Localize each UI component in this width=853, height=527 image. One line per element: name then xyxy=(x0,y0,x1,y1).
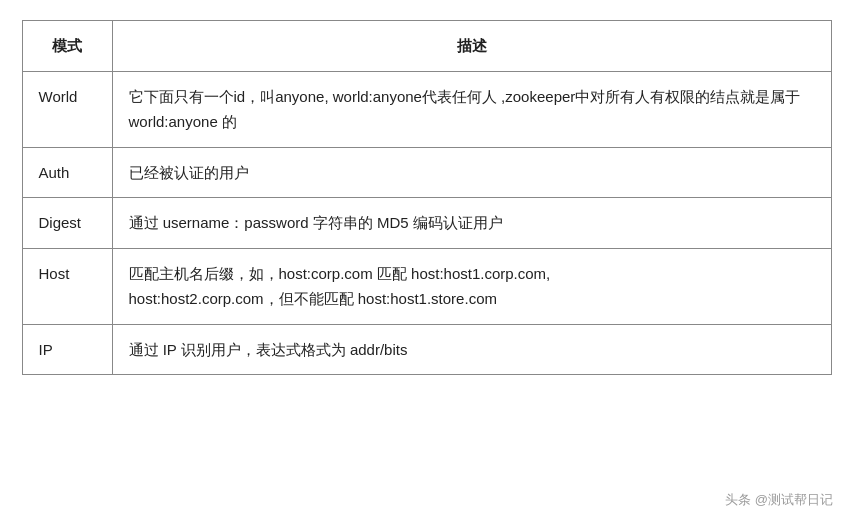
cell-mode: Auth xyxy=(22,147,112,198)
cell-desc: 通过 IP 识别用户，表达式格式为 addr/bits xyxy=(112,324,831,375)
cell-mode: Host xyxy=(22,248,112,324)
cell-desc: 通过 username：password 字符串的 MD5 编码认证用户 xyxy=(112,198,831,249)
watermark-text: 头条 @测试帮日记 xyxy=(725,491,833,509)
table-header-row: 模式 描述 xyxy=(22,21,831,72)
table-row: Host匹配主机名后缀，如，host:corp.com 匹配 host:host… xyxy=(22,248,831,324)
cell-mode: IP xyxy=(22,324,112,375)
cell-mode: Digest xyxy=(22,198,112,249)
header-mode: 模式 xyxy=(22,21,112,72)
main-table-wrapper: 模式 描述 World它下面只有一个id，叫anyone, world:anyo… xyxy=(22,20,832,375)
cell-desc: 匹配主机名后缀，如，host:corp.com 匹配 host:host1.co… xyxy=(112,248,831,324)
table-row: IP通过 IP 识别用户，表达式格式为 addr/bits xyxy=(22,324,831,375)
acl-table: 模式 描述 World它下面只有一个id，叫anyone, world:anyo… xyxy=(22,20,832,375)
cell-desc: 已经被认证的用户 xyxy=(112,147,831,198)
table-row: Auth已经被认证的用户 xyxy=(22,147,831,198)
header-desc: 描述 xyxy=(112,21,831,72)
cell-mode: World xyxy=(22,71,112,147)
table-row: Digest通过 username：password 字符串的 MD5 编码认证… xyxy=(22,198,831,249)
cell-desc: 它下面只有一个id，叫anyone, world:anyone代表任何人 ,zo… xyxy=(112,71,831,147)
table-row: World它下面只有一个id，叫anyone, world:anyone代表任何… xyxy=(22,71,831,147)
